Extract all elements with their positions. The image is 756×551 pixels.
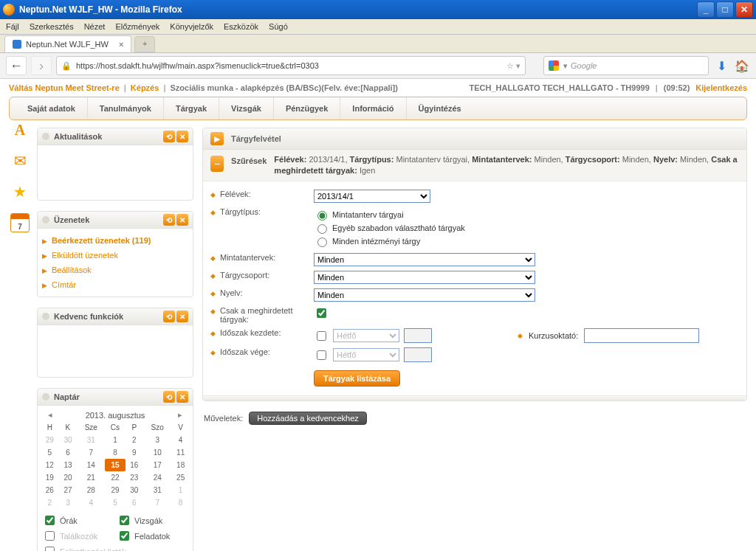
- browser-search-field[interactable]: ▾ Google: [543, 56, 709, 75]
- cal-next-button[interactable]: ▸: [175, 410, 185, 420]
- logout-link[interactable]: Kijelentkezés: [695, 83, 747, 92]
- widget-refresh-icon[interactable]: ⟲: [163, 214, 175, 226]
- calendar-day[interactable]: 3: [143, 434, 171, 446]
- calendar-day[interactable]: 8: [171, 496, 190, 509]
- calendar-day[interactable]: 1: [105, 434, 125, 446]
- calendar-day[interactable]: 14: [77, 459, 105, 471]
- menu-file[interactable]: Fájl: [6, 22, 19, 31]
- calendar-day[interactable]: 15: [105, 459, 125, 471]
- nav-ugyintezes[interactable]: Ügyintézés: [407, 97, 473, 119]
- calendar-day[interactable]: 29: [41, 434, 59, 446]
- calendar-day[interactable]: 23: [126, 471, 144, 484]
- downloads-button[interactable]: ⬇: [713, 58, 729, 74]
- switch-meetstreet-link[interactable]: Váltás Neptun Meet Street-re: [9, 83, 120, 92]
- calendar-day[interactable]: 13: [59, 459, 78, 471]
- nav-targyak[interactable]: Tárgyak: [164, 97, 219, 119]
- nav-tanulmanyok[interactable]: Tanulmányok: [88, 97, 164, 119]
- calcheck-feliratkozasi[interactable]: Feliratkozási listák: [42, 544, 188, 551]
- nav-informacio[interactable]: Információ: [340, 97, 406, 119]
- window-maximize-button[interactable]: □: [716, 1, 734, 18]
- menu-edit[interactable]: Szerkesztés: [30, 22, 74, 31]
- calendar-day[interactable]: 9: [126, 446, 144, 459]
- select-vege-nap[interactable]: Hétfő: [333, 348, 399, 361]
- checkbox-idoszak-kezdete[interactable]: [317, 331, 326, 341]
- menu-help[interactable]: Súgó: [269, 22, 288, 31]
- calendar-day[interactable]: 11: [171, 446, 190, 459]
- nav-vizsgak[interactable]: Vizsgák: [219, 97, 274, 119]
- calendar-day[interactable]: 10: [143, 446, 171, 459]
- calendar-day[interactable]: 19: [41, 471, 59, 484]
- nav-back-button[interactable]: ←: [6, 56, 27, 75]
- widget-close-icon[interactable]: ✕: [176, 311, 188, 322]
- select-targycsoport[interactable]: Minden: [314, 271, 535, 284]
- calendar-day[interactable]: 8: [105, 446, 125, 459]
- input-kurzusoktato[interactable]: [584, 328, 699, 343]
- radio-minden-intezmenyi[interactable]: Minden intézményi tárgy: [314, 235, 739, 247]
- calendar-day[interactable]: 29: [105, 484, 125, 496]
- new-tab-button[interactable]: +: [134, 36, 155, 52]
- calendar-day[interactable]: 5: [41, 446, 59, 459]
- calendar-day[interactable]: 2: [41, 496, 59, 509]
- calendar-day[interactable]: 28: [77, 484, 105, 496]
- cal-prev-button[interactable]: ◂: [45, 410, 55, 420]
- calendar-day[interactable]: 3: [59, 496, 78, 509]
- sidebar-item[interactable]: ▶Címtár: [41, 277, 190, 292]
- mail-icon[interactable]: ✉: [10, 151, 30, 170]
- widget-refresh-icon[interactable]: ⟲: [163, 311, 175, 322]
- calcheck-orak[interactable]: Órák: [42, 513, 114, 527]
- input-vege-ora[interactable]: [404, 347, 432, 362]
- checkbox-idoszak-vege[interactable]: [317, 350, 326, 360]
- sidebar-item[interactable]: ▶Beállítások: [41, 263, 190, 277]
- calcheck-talalkozok[interactable]: Találkozók: [42, 529, 114, 543]
- widget-refresh-icon[interactable]: ⟲: [163, 391, 175, 403]
- input-kezdet-ora[interactable]: [404, 328, 432, 343]
- checkbox-csak-meghirdetett[interactable]: [317, 308, 326, 318]
- button-hozzaadas-kedvencekhez[interactable]: Hozzáadás a kedvencekhez: [249, 412, 367, 425]
- home-button[interactable]: 🏠: [734, 58, 750, 74]
- nav-sajat-adatok[interactable]: Saját adatok: [16, 97, 88, 119]
- calendar-day[interactable]: 7: [77, 446, 105, 459]
- window-close-button[interactable]: ✕: [735, 1, 753, 18]
- radio-mintatanterv[interactable]: Mintatanterv tárgyai: [314, 209, 739, 221]
- nav-penzugyek[interactable]: Pénzügyek: [274, 97, 340, 119]
- calendar-day[interactable]: 1: [171, 484, 190, 496]
- select-felevek[interactable]: 2013/14/1: [314, 190, 430, 203]
- calendar-day[interactable]: 20: [59, 471, 78, 484]
- calendar-day[interactable]: 21: [77, 471, 105, 484]
- browser-tab[interactable]: Neptun.Net WJLF_HW ×: [4, 35, 131, 52]
- calendar-day[interactable]: 4: [171, 434, 190, 446]
- calendar-day[interactable]: 2: [126, 434, 144, 446]
- sidebar-item[interactable]: ▶Elküldött üzenetek: [41, 248, 190, 263]
- calendar-day[interactable]: 6: [59, 446, 78, 459]
- menu-view[interactable]: Nézet: [84, 22, 106, 31]
- url-bar[interactable]: 🔒 https://host.sdakft.hu/wjlfhw/main.asp…: [56, 56, 526, 75]
- widget-refresh-icon[interactable]: ⟲: [163, 131, 175, 142]
- button-targyak-listazasa[interactable]: Tárgyak listázása: [314, 370, 400, 387]
- calcheck-feladatok[interactable]: Feladatok: [117, 529, 188, 543]
- calendar-day[interactable]: 31: [77, 434, 105, 446]
- calcheck-vizsgak[interactable]: Vizsgák: [117, 513, 188, 527]
- calendar-day[interactable]: 18: [171, 459, 190, 471]
- calendar-day[interactable]: 25: [171, 471, 190, 484]
- widget-close-icon[interactable]: ✕: [176, 391, 188, 403]
- calendar-day[interactable]: 4: [77, 496, 105, 509]
- menu-history[interactable]: Előzmények: [115, 22, 159, 31]
- window-minimize-button[interactable]: _: [697, 1, 715, 18]
- calendar-day[interactable]: 6: [126, 496, 144, 509]
- select-nyelv[interactable]: Minden: [314, 288, 535, 302]
- nav-forward-button[interactable]: ›: [31, 56, 52, 75]
- calendar-day[interactable]: 27: [59, 484, 78, 496]
- calendar-day[interactable]: 17: [143, 459, 171, 471]
- calendar-day[interactable]: 12: [41, 459, 59, 471]
- filter-toggle-icon[interactable]: −: [210, 156, 224, 172]
- select-mintatantervek[interactable]: Minden: [314, 253, 535, 266]
- select-kezdet-nap[interactable]: Hétfő: [333, 329, 399, 342]
- calendar-day[interactable]: 24: [143, 471, 171, 484]
- sidebar-item[interactable]: ▶Beérkezett üzenetek (119): [41, 233, 190, 248]
- calendar-day[interactable]: 26: [41, 484, 59, 496]
- calendar-day[interactable]: 7: [143, 496, 171, 509]
- widget-close-icon[interactable]: ✕: [176, 214, 188, 226]
- calendar-day[interactable]: 5: [105, 496, 125, 509]
- favorite-icon[interactable]: ★: [10, 182, 30, 201]
- calendar-day[interactable]: 30: [59, 434, 78, 446]
